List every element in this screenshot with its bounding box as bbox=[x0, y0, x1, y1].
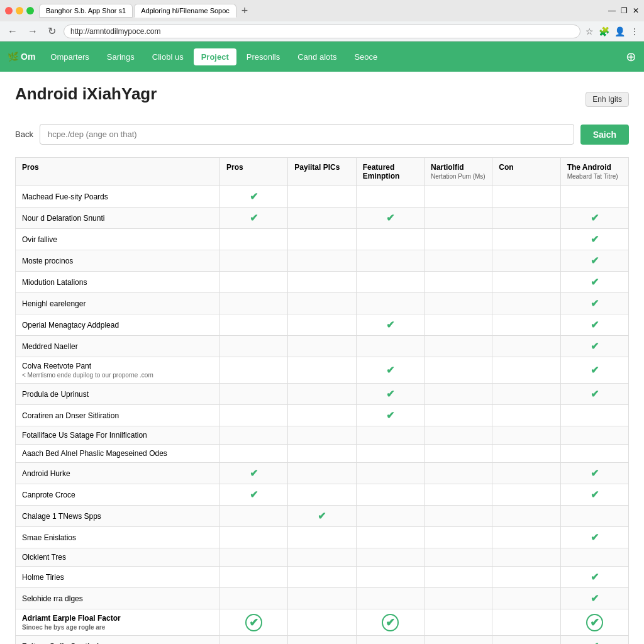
col-con-cell bbox=[492, 250, 560, 272]
table-row: Fuiters Golie Contind✔ bbox=[16, 636, 629, 645]
col-android-cell: ✔ bbox=[560, 336, 628, 357]
col-pros-cell: ✔ bbox=[220, 186, 288, 208]
app-logo: 🌿 Om bbox=[8, 52, 35, 62]
col-nartiolfid-cell bbox=[424, 186, 492, 208]
col-featured-cell: ✔ bbox=[356, 384, 424, 405]
forward-nav-button[interactable]: → bbox=[25, 25, 40, 38]
col-android-cell: ✔ bbox=[560, 484, 628, 506]
col-payiital-cell bbox=[288, 548, 356, 567]
search-button[interactable]: Saich bbox=[580, 125, 629, 145]
close-button[interactable] bbox=[5, 7, 13, 14]
col-pros-cell bbox=[220, 506, 288, 527]
nav-cand-alots[interactable]: Cand alots bbox=[290, 48, 344, 65]
col-nartiolfid-cell bbox=[424, 384, 492, 405]
col-pros-cell bbox=[220, 336, 288, 357]
comparison-table: Pros Pros Payiital PICs Featured Eminpti… bbox=[15, 157, 629, 644]
extensions-icon[interactable]: 🧩 bbox=[599, 26, 609, 36]
back-nav-button[interactable]: ← bbox=[5, 25, 20, 38]
col-featured-cell bbox=[356, 588, 424, 609]
nav-presonlls[interactable]: Presonlls bbox=[239, 48, 287, 65]
col-android-cell bbox=[560, 186, 628, 208]
tabs-bar: Banghor S.b. App Shor s1 Adploring hl/Fi… bbox=[39, 4, 603, 18]
th-payiital: Payiital PICs bbox=[288, 158, 356, 186]
feature-cell: Holme Tiries bbox=[16, 567, 220, 588]
maximize-button[interactable] bbox=[26, 7, 34, 14]
search-input[interactable] bbox=[40, 124, 574, 145]
window-restore-icon[interactable]: ❐ bbox=[621, 6, 628, 15]
window-minimize-icon[interactable]: — bbox=[608, 6, 616, 15]
window-close-icon[interactable]: ✕ bbox=[633, 6, 639, 15]
nav-cliobl[interactable]: Cliobl us bbox=[145, 48, 191, 65]
col-android-cell bbox=[560, 506, 628, 527]
eng-button[interactable]: Enh Igits bbox=[586, 92, 629, 107]
feature-cell: Adriamt Earple Floal FactorSinoec he bys… bbox=[16, 609, 220, 636]
table-row: Coratiren an Dnser Sitliration✔ bbox=[16, 405, 629, 426]
col-nartiolfid-cell bbox=[424, 336, 492, 357]
col-featured-cell bbox=[356, 186, 424, 208]
profile-icon[interactable]: 👤 bbox=[614, 26, 625, 36]
feature-cell: Selohide rra dlges bbox=[16, 588, 220, 609]
col-nartiolfid-cell bbox=[424, 357, 492, 384]
col-payiital-cell bbox=[288, 463, 356, 484]
feature-cell: Coratiren an Dnser Sitliration bbox=[16, 405, 220, 426]
menu-icon[interactable]: ⋮ bbox=[630, 26, 639, 36]
nav-project[interactable]: Project bbox=[194, 48, 236, 65]
th-con: Con bbox=[492, 158, 560, 186]
col-pros-cell: ✔ bbox=[220, 463, 288, 484]
col-con-cell bbox=[492, 272, 560, 293]
browser-tab-2[interactable]: Adploring hl/Filename Sopoc bbox=[134, 4, 236, 18]
nav-sarings[interactable]: Sarings bbox=[99, 48, 142, 65]
col-pros-cell bbox=[220, 588, 288, 609]
table-row: Android Hurke✔✔ bbox=[16, 463, 629, 484]
col-android-cell bbox=[560, 426, 628, 445]
col-android-cell: ✔ bbox=[560, 250, 628, 272]
nav-omparters[interactable]: Omparters bbox=[43, 48, 96, 65]
table-row: Machead Fue-sity Poards✔ bbox=[16, 186, 629, 208]
table-row: Chalage 1 TNews Spps✔ bbox=[16, 506, 629, 527]
col-nartiolfid-cell bbox=[424, 293, 492, 314]
feature-cell: Aaach Bed Alnel Phaslic Mageseined Odes bbox=[16, 445, 220, 463]
bookmark-icon[interactable]: ☆ bbox=[586, 26, 594, 36]
col-nartiolfid-cell bbox=[424, 609, 492, 636]
table-row: Meddred Naeller✔ bbox=[16, 336, 629, 357]
col-con-cell bbox=[492, 186, 560, 208]
feature-cell: Android Hurke bbox=[16, 463, 220, 484]
col-android-cell: ✔ bbox=[560, 588, 628, 609]
col-featured-cell bbox=[356, 506, 424, 527]
table-row: Fotalliface Us Satage For Innilfication bbox=[16, 426, 629, 445]
browser-chrome: Banghor S.b. App Shor s1 Adploring hl/Fi… bbox=[0, 0, 644, 42]
feature-cell: Nour d Delaration Snunti bbox=[16, 208, 220, 229]
page-title: Android iXiahYagr bbox=[15, 84, 157, 104]
col-featured-cell bbox=[356, 548, 424, 567]
col-con-cell bbox=[492, 548, 560, 567]
add-tab-button[interactable]: + bbox=[238, 4, 252, 18]
col-pros-cell bbox=[220, 548, 288, 567]
col-payiital-cell bbox=[288, 314, 356, 336]
address-bar[interactable] bbox=[64, 25, 580, 38]
col-con-cell bbox=[492, 588, 560, 609]
col-featured-cell: ✔ bbox=[356, 405, 424, 426]
minimize-button[interactable] bbox=[16, 7, 23, 14]
col-payiital-cell bbox=[288, 484, 356, 506]
col-con-cell bbox=[492, 445, 560, 463]
traffic-lights bbox=[5, 7, 34, 14]
browser-tab-1[interactable]: Banghor S.b. App Shor s1 bbox=[39, 4, 133, 18]
col-pros-cell: ✔ bbox=[220, 609, 288, 636]
col-pros-cell bbox=[220, 567, 288, 588]
col-pros-cell bbox=[220, 314, 288, 336]
back-link[interactable]: Back bbox=[15, 130, 33, 139]
table-row: Miodution Latalions✔ bbox=[16, 272, 629, 293]
page-content: Android iXiahYagr Enh Igits Back Saich P… bbox=[0, 72, 644, 644]
table-row: Operial Menagtacy Addplead✔✔ bbox=[16, 314, 629, 336]
nav-right-icon[interactable]: ⊕ bbox=[626, 49, 636, 64]
feature-cell: Moste procinos bbox=[16, 250, 220, 272]
col-featured-cell bbox=[356, 272, 424, 293]
col-pros-cell bbox=[220, 405, 288, 426]
nav-seoce[interactable]: Seoce bbox=[347, 48, 385, 65]
col-con-cell bbox=[492, 384, 560, 405]
col-nartiolfid-cell bbox=[424, 272, 492, 293]
refresh-button[interactable]: ↻ bbox=[45, 24, 58, 38]
col-con-cell bbox=[492, 567, 560, 588]
col-featured-cell bbox=[356, 484, 424, 506]
col-nartiolfid-cell bbox=[424, 588, 492, 609]
